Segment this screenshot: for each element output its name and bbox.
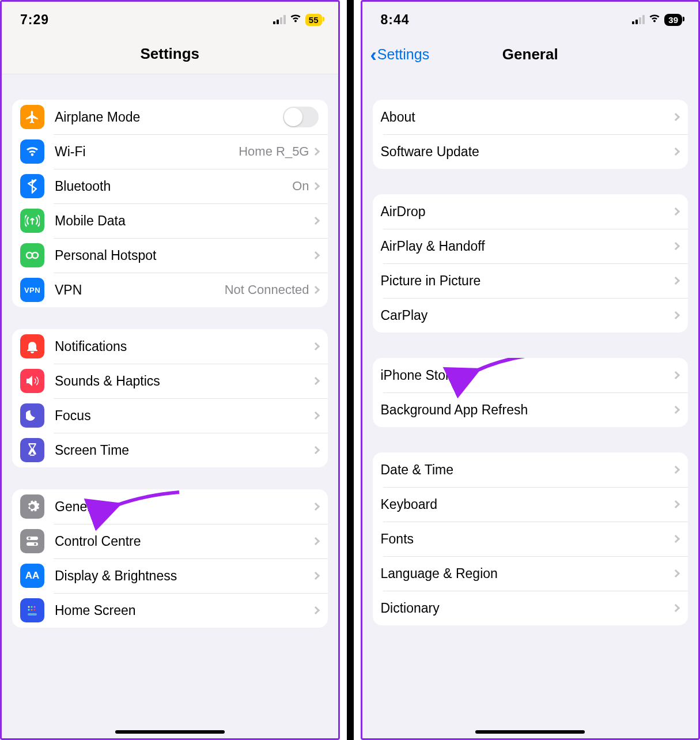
row-language[interactable]: Language & Region [373,556,688,591]
row-label: General [55,499,313,515]
row-mobile-data[interactable]: Mobile Data [12,203,328,238]
wifi-value: Home R_5G [239,144,309,159]
group-storage: iPhone Storage Background App Refresh [373,358,688,427]
battery-indicator: 39 [664,14,682,26]
status-time: 7:29 [20,12,49,28]
row-personal-hotspot[interactable]: Personal Hotspot [12,238,328,273]
bluetooth-icon [20,174,44,198]
svg-point-5 [34,543,36,545]
svg-point-1 [32,252,38,258]
chevron-right-icon [311,217,319,225]
row-vpn[interactable]: VPN VPN Not Connected [12,273,328,307]
vpn-value: Not Connected [225,282,309,297]
row-label: Wi-Fi [55,144,239,160]
chevron-right-icon [672,604,680,612]
cellular-icon [20,209,44,233]
row-label: Dictionary [381,601,673,616]
chevron-right-icon [311,286,319,294]
cellular-signal-icon [632,15,645,24]
row-wifi[interactable]: Wi-Fi Home R_5G [12,134,328,169]
group-sharing: AirDrop AirPlay & Handoff Picture in Pic… [373,194,688,333]
row-airplay[interactable]: AirPlay & Handoff [373,229,688,263]
row-carplay[interactable]: CarPlay [373,298,688,333]
row-keyboard[interactable]: Keyboard [373,487,688,522]
row-pip[interactable]: Picture in Picture [373,263,688,298]
chevron-right-icon [672,207,680,216]
row-label: Picture in Picture [381,273,673,289]
row-software-update[interactable]: Software Update [373,134,688,169]
row-iphone-storage[interactable]: iPhone Storage [373,358,688,392]
row-label: Bluetooth [55,179,292,194]
chevron-right-icon [311,411,319,420]
status-bar: 8:44 39 [362,2,699,34]
row-focus[interactable]: Focus [12,398,328,433]
row-home-screen[interactable]: Home Screen [12,593,328,628]
back-button[interactable]: ‹ Settings [370,46,430,63]
airplane-toggle[interactable] [283,107,319,127]
nav-bar: Settings [2,34,338,74]
wifi-icon [648,14,661,25]
row-bluetooth[interactable]: Bluetooth On [12,169,328,203]
chevron-right-icon [311,377,319,385]
chevron-right-icon [311,182,319,190]
row-label: Display & Brightness [55,568,313,584]
chevron-right-icon [672,535,680,543]
row-control-centre[interactable]: Control Centre [12,524,328,558]
row-screen-time[interactable]: Screen Time [12,433,328,467]
speaker-icon [20,369,44,393]
home-indicator[interactable] [115,730,225,734]
chevron-right-icon [672,500,680,508]
chevron-right-icon [311,537,319,545]
row-label: AirPlay & Handoff [381,239,673,254]
row-label: Sounds & Haptics [55,373,313,389]
row-label: Control Centre [55,534,313,549]
row-label: Screen Time [55,443,313,458]
home-indicator[interactable] [475,730,585,734]
text-size-icon: AA [20,564,44,588]
row-label: Notifications [55,339,313,354]
row-label: iPhone Storage [381,368,673,383]
row-fonts[interactable]: Fonts [373,522,688,556]
chevron-right-icon [311,503,319,511]
row-about[interactable]: About [373,100,688,134]
chevron-right-icon [311,251,319,259]
cellular-signal-icon [273,15,286,24]
battery-indicator: 55 [305,14,322,26]
row-label: Focus [55,408,313,424]
vpn-icon: VPN [20,278,44,302]
moon-icon [20,403,44,428]
page-title: General [502,46,558,63]
bell-icon [20,334,44,358]
status-time: 8:44 [381,12,410,28]
row-airdrop[interactable]: AirDrop [373,194,688,229]
back-label: Settings [377,46,429,63]
svg-point-3 [28,537,31,539]
row-date-time[interactable]: Date & Time [373,452,688,487]
row-airplane-mode[interactable]: Airplane Mode [12,100,328,134]
row-background-refresh[interactable]: Background App Refresh [373,392,688,427]
row-label: Date & Time [381,462,673,478]
chevron-right-icon [672,242,680,250]
group-alerts: Notifications Sounds & Haptics Focus Scr… [12,329,328,467]
bluetooth-value: On [292,179,309,194]
settings-screen: 7:29 55 Settings Airplane Mode Wi-Fi Hom… [0,0,340,740]
row-label: Mobile Data [55,213,313,229]
svg-point-8 [31,606,33,608]
general-list[interactable]: About Software Update AirDrop AirPlay & … [362,74,699,738]
row-general[interactable]: General [12,489,328,524]
row-dictionary[interactable]: Dictionary [373,591,688,625]
row-label: Airplane Mode [55,110,283,125]
chevron-right-icon [672,148,680,156]
nav-bar: ‹ Settings General [362,34,699,74]
svg-point-11 [31,609,33,611]
row-sounds[interactable]: Sounds & Haptics [12,364,328,398]
row-notifications[interactable]: Notifications [12,329,328,364]
row-display[interactable]: AA Display & Brightness [12,558,328,593]
svg-point-0 [27,252,32,258]
row-label: VPN [55,282,225,298]
wifi-icon [289,14,302,25]
group-connectivity: Airplane Mode Wi-Fi Home R_5G Bluetooth … [12,100,328,307]
chevron-right-icon [672,113,680,121]
settings-list[interactable]: Airplane Mode Wi-Fi Home R_5G Bluetooth … [2,74,338,738]
general-screen: 8:44 39 ‹ Settings General About Softwar… [361,0,701,740]
